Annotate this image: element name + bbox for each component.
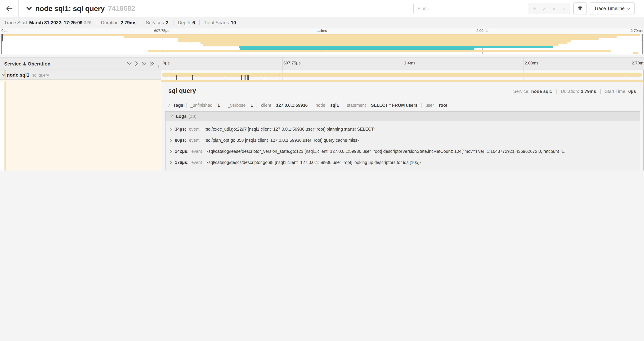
service-name: node sql1 — [7, 72, 30, 78]
find-input[interactable] — [414, 3, 528, 14]
tags-accordion-header[interactable]: Tags: _unfinished = 1 _verbose = 1 — [165, 103, 640, 108]
span-stat-value: 2.79ms — [581, 89, 596, 94]
span-detail-stats: Service: node sql1 Duration: 2.79ms Star… — [509, 89, 640, 94]
collapse-trace-chevron-icon[interactable] — [26, 7, 32, 11]
chevron-down-icon — [170, 115, 173, 118]
tag-key: client — [261, 103, 271, 108]
scrollbar-span-marker — [643, 81, 644, 86]
logs-accordion-header[interactable]: Logs (18) — [166, 112, 640, 121]
tag-equals: = — [436, 103, 438, 107]
tag-value: 1 — [218, 103, 220, 108]
tag-equals: = — [327, 103, 329, 107]
minimap-tick-label: 1.4ms — [317, 29, 327, 33]
tag-equals: = — [367, 103, 370, 107]
tag-item: statement = SELECT * FROM users — [343, 103, 421, 108]
span-duration-bar[interactable] — [162, 73, 642, 77]
minimap-tick-label: 0μs — [2, 29, 7, 33]
log-entry-row[interactable]: 80μs: event = ‹sql/plan_opt.go:358 [nsql… — [166, 135, 640, 146]
timeline-scrollbar[interactable] — [642, 70, 644, 171]
log-entry-row[interactable]: 189μs: event = ‹sql/catalog/lease/descri… — [166, 168, 640, 171]
summary-item: Services 2 — [141, 20, 173, 25]
log-timestamp: 80μs: — [175, 138, 186, 143]
logs-list: 34μs: event = ‹sql/exec_util.go:2297 [ns… — [166, 121, 640, 171]
ruler-tick-label: 2.09ms — [525, 61, 538, 66]
span-detail-color-bar[interactable] — [161, 80, 642, 82]
log-equals: = — [201, 127, 203, 131]
span-row-name-cell[interactable]: node sql1 sql query — [0, 70, 161, 80]
collapse-one-icon[interactable] — [127, 62, 132, 65]
span-detail-panel: sql query Service: node sql1 Duration: 2… — [161, 82, 644, 171]
span-stat-label: Start Time: — [605, 89, 626, 94]
span-stat: Duration: 2.79ms — [556, 89, 600, 94]
log-entry-row[interactable]: 34μs: event = ‹sql/exec_util.go:2297 [ns… — [166, 124, 640, 135]
collapse-all-icon[interactable] — [142, 61, 146, 66]
tag-key: user — [426, 103, 434, 108]
page-title: node sql1: sql query — [35, 4, 104, 13]
span-tree-gutter-column — [0, 82, 161, 171]
minimap-span-bar — [124, 36, 617, 38]
minimap-tick-label: 697.75μs — [154, 29, 169, 33]
log-message: ‹sql/plan_opt.go:358 [nsql1,client=127.0… — [204, 138, 359, 143]
log-message: ‹sql/catalog/descs/descriptor.go:98 [nsq… — [207, 160, 421, 165]
log-message: ‹sql/exec_util.go:2297 [nsql1,client=127… — [204, 127, 375, 132]
chevron-right-icon — [170, 150, 172, 153]
ruler-tick-label: 0μs — [163, 61, 170, 66]
tag-item: client = 127.0.0.1:59936 — [257, 103, 312, 108]
find-addon: ⌖ ∧ ∨ × — [528, 3, 570, 14]
find-prev-icon[interactable]: ∧ — [540, 4, 549, 14]
find-next-icon[interactable]: ∨ — [549, 4, 559, 14]
column-resizer-handle[interactable] — [158, 65, 160, 68]
span-detail-header[interactable]: sql query Service: node sql1 Duration: 2… — [165, 82, 640, 95]
minimap-span-bar — [148, 50, 611, 52]
tag-item: user = root — [421, 103, 451, 108]
expand-one-icon[interactable] — [135, 61, 138, 66]
expand-all-icon[interactable] — [150, 61, 154, 66]
tag-key: _unfinished — [190, 103, 212, 108]
view-dropdown[interactable]: Trace Timeline — [590, 2, 635, 15]
ruler-tick-label: 2.79ms — [632, 61, 644, 66]
ruler-gridline — [523, 58, 524, 70]
detail-strip-right — [161, 80, 644, 82]
detail-accent-strip-row — [0, 80, 644, 82]
locate-icon[interactable]: ⌖ — [530, 4, 540, 14]
minimap-span-bar — [200, 42, 567, 44]
tag-equals: = — [247, 103, 249, 107]
log-field-key: event — [189, 138, 200, 143]
minimap-span-bar — [240, 48, 474, 50]
viewport-left-drag-handle[interactable] — [2, 34, 2, 41]
span-color-stripe — [4, 82, 5, 171]
span-color-stripe — [4, 70, 5, 79]
span-name-labels: node sql1 sql query — [7, 72, 49, 78]
logs-accordion: Logs (18) 34μs: event = ‹sql/exec_util.g… — [165, 111, 640, 171]
log-timestamp: 176μs: — [175, 160, 188, 165]
span-detail-title: sql query — [168, 87, 196, 95]
log-entry-row[interactable]: 176μs: event = ‹sql/catalog/descs/descri… — [166, 157, 640, 168]
log-message: ‹sql/catalog/lease/descriptor_version_st… — [207, 149, 565, 154]
viewport-right-drag-handle[interactable] — [642, 34, 642, 41]
logs-label: Logs — [176, 114, 186, 119]
gutter-white-column — [0, 82, 4, 171]
tag-value: 127.0.0.1:59936 — [276, 103, 308, 108]
chevron-right-icon — [170, 161, 172, 164]
ruler-gridline — [403, 58, 403, 70]
span-row-timeline-cell — [161, 70, 644, 80]
back-button[interactable] — [0, 0, 19, 17]
log-equals: = — [203, 160, 206, 165]
chevron-right-icon — [168, 103, 171, 107]
minimap-canvas[interactable] — [2, 34, 642, 54]
tag-equals: = — [272, 103, 275, 107]
find-group: ⌖ ∧ ∨ × — [414, 3, 570, 14]
tags-label: Tags: — [173, 103, 185, 108]
keyboard-shortcuts-button[interactable]: ⌘ — [573, 2, 586, 15]
service-operation-header: Service & Operation — [0, 58, 161, 70]
summary-item: Duration 2.79ms — [96, 20, 141, 25]
header-controls: ⌖ ∧ ∨ × ⌘ Trace Timeline — [414, 2, 635, 15]
summary-label: Trace Start — [4, 20, 27, 25]
find-clear-icon[interactable]: × — [559, 4, 568, 14]
tag-key: _verbose — [228, 103, 246, 108]
log-entry-row[interactable]: 142μs: event = ‹sql/catalog/lease/descri… — [166, 146, 640, 157]
minimap-span-bar — [178, 38, 599, 40]
summary-label: Duration — [101, 20, 118, 25]
trace-id: 7418682 — [108, 5, 135, 13]
summary-suffix: .326 — [82, 20, 92, 25]
